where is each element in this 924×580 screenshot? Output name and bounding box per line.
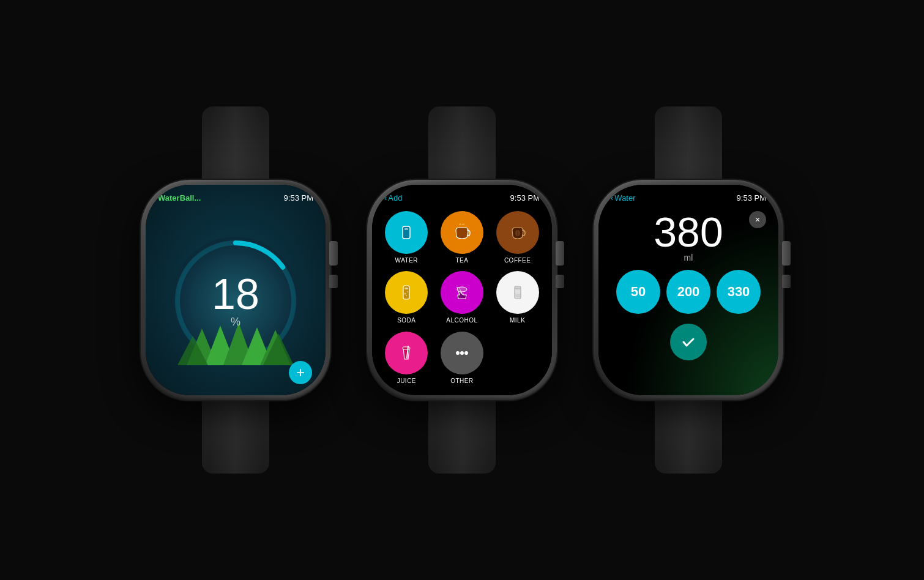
- svg-point-25: [456, 351, 460, 355]
- milk-icon: [507, 281, 529, 303]
- band-top-3: [655, 106, 722, 180]
- alcohol-circle: [441, 271, 483, 314]
- svg-point-17: [457, 287, 467, 292]
- svg-point-16: [406, 295, 407, 296]
- amount-unit: ml: [684, 253, 693, 262]
- watch3-time: 9:53 PM: [737, 193, 766, 203]
- svg-rect-23: [403, 347, 410, 349]
- drink-milk[interactable]: MILK: [493, 271, 542, 325]
- watch-crown-3: [782, 241, 791, 266]
- svg-rect-13: [404, 288, 408, 289]
- confirm-button[interactable]: [670, 324, 707, 360]
- close-button[interactable]: ×: [749, 211, 766, 228]
- milk-circle: [496, 271, 539, 314]
- back-button[interactable]: ‹ Add: [384, 193, 402, 203]
- soda-label: SODA: [397, 317, 415, 324]
- drink-coffee[interactable]: COFFEE: [493, 211, 542, 265]
- svg-point-14: [404, 293, 406, 295]
- percentage-display: 18 %: [212, 273, 259, 329]
- soda-circle: [385, 271, 428, 314]
- watch-2: ‹ Add 9:53 PM WATER: [367, 106, 557, 474]
- confirm-section: [598, 319, 778, 365]
- back-button-3[interactable]: ‹ Water: [611, 193, 636, 203]
- qty-330[interactable]: 330: [717, 270, 761, 314]
- circle-container: 18 % +: [146, 206, 326, 395]
- band-bottom-2: [428, 400, 496, 474]
- watch-button-3: [782, 275, 791, 288]
- watch-1: WaterBall... 9:53 PM: [141, 106, 330, 474]
- back-label: Add: [388, 193, 402, 203]
- band-bottom-3: [655, 400, 722, 474]
- svg-point-27: [464, 351, 468, 355]
- watch-case-3: ‹ Water 9:53 PM 380 ml × 50 200 330: [594, 180, 783, 400]
- svg-point-26: [460, 351, 464, 355]
- watch2-header: ‹ Add 9:53 PM: [372, 185, 552, 206]
- juice-circle: [385, 332, 428, 374]
- svg-rect-21: [515, 288, 520, 289]
- other-icon: [451, 342, 473, 364]
- drink-grid: WATER TEA: [372, 206, 552, 395]
- watch1-time: 9:53 PM: [284, 193, 313, 203]
- water-icon: [395, 221, 417, 244]
- svg-rect-10: [404, 228, 408, 230]
- drink-water[interactable]: WATER: [382, 211, 431, 265]
- watch2-content: ‹ Add 9:53 PM WATER: [372, 185, 552, 395]
- tea-icon: [451, 221, 473, 244]
- drink-other[interactable]: OTHER: [438, 332, 487, 385]
- other-circle: [441, 332, 483, 374]
- chevron-icon: ‹: [384, 193, 387, 203]
- band-bottom-1: [202, 400, 269, 474]
- add-button[interactable]: +: [289, 361, 312, 384]
- juice-label: JUICE: [397, 377, 416, 384]
- svg-point-19: [463, 293, 464, 294]
- watch-case-1: WaterBall... 9:53 PM: [141, 180, 330, 400]
- qty-50[interactable]: 50: [616, 270, 660, 314]
- svg-point-15: [407, 291, 408, 292]
- coffee-circle: [496, 211, 539, 254]
- drink-soda[interactable]: SODA: [382, 271, 431, 325]
- juice-icon: [395, 342, 417, 364]
- watch1-header: WaterBall... 9:53 PM: [146, 185, 326, 206]
- watch-button-2: [556, 275, 564, 288]
- quantity-buttons: 50 200 330: [598, 265, 778, 319]
- other-label: OTHER: [450, 377, 474, 384]
- tea-circle: [441, 211, 483, 254]
- amount-number: 380: [654, 211, 723, 253]
- water-label: WATER: [395, 257, 419, 264]
- watch-3: ‹ Water 9:53 PM 380 ml × 50 200 330: [594, 106, 783, 474]
- alcohol-label: ALCOHOL: [446, 317, 477, 324]
- watch-case-2: ‹ Add 9:53 PM WATER: [367, 180, 557, 400]
- chevron-icon-3: ‹: [611, 193, 613, 203]
- drink-tea[interactable]: TEA: [438, 211, 487, 265]
- checkmark-icon: [680, 333, 697, 351]
- percentage-number: 18: [212, 273, 259, 316]
- watch-screen-2: ‹ Add 9:53 PM WATER: [372, 185, 552, 395]
- soda-icon: [395, 281, 417, 303]
- coffee-label: COFFEE: [504, 257, 531, 264]
- svg-point-18: [460, 292, 461, 294]
- back-label-3: Water: [614, 193, 635, 203]
- watch1-title: WaterBall...: [158, 193, 201, 203]
- watch2-time: 9:53 PM: [510, 193, 540, 203]
- watch3-header: ‹ Water 9:53 PM: [598, 185, 778, 206]
- watch-button-1: [329, 275, 338, 288]
- circle-bg: 18 %: [171, 237, 300, 365]
- percentage-sign: %: [231, 316, 240, 329]
- watch-screen-3: ‹ Water 9:53 PM 380 ml × 50 200 330: [598, 185, 778, 395]
- watch3-content: ‹ Water 9:53 PM 380 ml × 50 200 330: [598, 185, 778, 395]
- tea-label: TEA: [456, 257, 469, 264]
- qty-200[interactable]: 200: [666, 270, 710, 314]
- watch-crown-1: [329, 241, 338, 266]
- band-top-2: [428, 106, 496, 180]
- amount-section: 380 ml ×: [598, 206, 778, 265]
- watch-crown-2: [556, 241, 564, 266]
- band-top-1: [202, 106, 269, 180]
- watch1-content: WaterBall... 9:53 PM: [146, 185, 326, 395]
- drink-alcohol[interactable]: ALCOHOL: [438, 271, 487, 325]
- svg-rect-22: [515, 294, 520, 297]
- drink-juice[interactable]: JUICE: [382, 332, 431, 385]
- alcohol-icon: [451, 281, 473, 303]
- watch-screen-1: WaterBall... 9:53 PM: [146, 185, 326, 395]
- water-circle: [385, 211, 428, 254]
- coffee-icon: [507, 221, 529, 244]
